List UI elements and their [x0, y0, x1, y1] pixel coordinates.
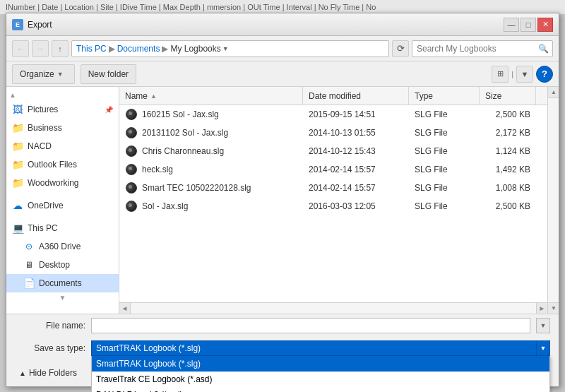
file-cell-type-4: SLG File	[409, 183, 480, 193]
file-cell-size-1: 2,172 KB	[480, 128, 536, 138]
file-icon-1	[125, 126, 138, 139]
breadcrumb-dropdown-arrow[interactable]: ▼	[222, 45, 234, 52]
minimize-button[interactable]: —	[504, 18, 519, 32]
sidebar-item-pictures[interactable]: 🖼 Pictures 📌	[6, 100, 119, 119]
back-button[interactable]: ←	[12, 40, 29, 57]
save-as-dropdown-arrow[interactable]: ▼	[536, 340, 550, 356]
col-header-date[interactable]: Date modified	[303, 87, 409, 105]
file-cell-size-0: 2,500 KB	[480, 109, 536, 119]
desktop-icon: 🖥	[23, 259, 35, 271]
col-header-name[interactable]: Name ▲	[119, 87, 303, 105]
sidebar-item-onedrive[interactable]: ☁ OneDrive	[6, 196, 119, 215]
file-row-4[interactable]: Smart TEC 10502220128.slg 2014-02-14 15:…	[119, 179, 547, 197]
organize-button[interactable]: Organize ▼	[12, 64, 75, 84]
file-name-row: File name: ▼	[6, 314, 559, 337]
search-wrapper: 🔍	[412, 40, 553, 57]
file-icon-4	[125, 182, 138, 194]
file-name-label: File name:	[15, 321, 85, 331]
sidebar-item-label-pictures: Pictures	[28, 105, 58, 114]
dialog-title: Export	[28, 20, 504, 30]
search-input[interactable]	[412, 40, 553, 57]
save-as-dropdown: SmartTRAK Logbook (*.slg) TravelTrak CE …	[91, 356, 550, 392]
sidebar-item-this-pc[interactable]: 💻 This PC	[6, 219, 119, 237]
close-button[interactable]: ✕	[537, 18, 553, 32]
file-cell-size-4: 1,008 KB	[480, 183, 536, 193]
file-icon-2	[125, 145, 138, 158]
window-controls: — □ ✕	[504, 18, 553, 32]
save-as-type-label: Save as type:	[15, 343, 85, 353]
save-option-zxl[interactable]: DAN DL7 level 3 (*.zxl)	[92, 387, 549, 392]
file-cell-name-2: Chris Charonneau.slg	[119, 145, 303, 158]
breadcrumb-documents[interactable]: Documents	[117, 44, 160, 54]
view-toggle-button[interactable]: ▼	[516, 66, 533, 83]
file-cell-size-2: 1,124 KB	[480, 146, 536, 156]
folder-icon-outlook: 📁	[12, 159, 23, 170]
file-name-dropdown-arrow[interactable]: ▼	[536, 318, 550, 333]
organize-dropdown-arrow: ▼	[57, 71, 67, 78]
column-headers: Name ▲ Date modified Type Size	[119, 87, 547, 105]
file-cell-size-3: 1,492 KB	[480, 165, 536, 174]
sidebar-up-arrow[interactable]: ▲	[9, 91, 16, 99]
save-option-slg[interactable]: SmartTRAK Logbook (*.slg)	[92, 356, 549, 372]
sidebar-item-business[interactable]: 📁 Business	[6, 119, 119, 137]
forward-button[interactable]: →	[32, 40, 49, 57]
onedrive-icon: ☁	[12, 200, 23, 211]
v-scroll-track[interactable]	[548, 98, 559, 302]
file-cell-type-0: SLG File	[409, 109, 480, 119]
hide-folders-button[interactable]: ▲ Hide Folders	[15, 365, 81, 381]
sidebar-item-label-woodworking: Woodworking	[28, 178, 78, 188]
hide-folders-arrow: ▲	[19, 369, 26, 377]
save-as-type-wrapper: SmartTRAK Logbook (*.slg) ▼ SmartTRAK Lo…	[91, 340, 550, 356]
file-cell-date-2: 2014-10-12 15:43	[303, 146, 409, 156]
h-scroll-left-button[interactable]: ◄	[119, 303, 131, 314]
v-scroll-down-button[interactable]: ▼	[548, 302, 559, 314]
file-row-2[interactable]: Chris Charonneau.slg 2014-10-12 15:43 SL…	[119, 142, 547, 160]
breadcrumb-current-folder: My Logbooks	[170, 44, 220, 54]
view-controls: ⊞ | ▼ ?	[492, 66, 553, 83]
maximize-button[interactable]: □	[521, 18, 536, 32]
hide-folders-label: Hide Folders	[29, 368, 77, 378]
sidebar-item-label-nacd: NACD	[28, 141, 52, 151]
breadcrumb[interactable]: This PC ▶ Documents ▶ My Logbooks ▼	[71, 40, 389, 57]
sidebar-item-nacd[interactable]: 📁 NACD	[6, 137, 119, 155]
help-button[interactable]: ?	[536, 66, 553, 83]
file-name-input[interactable]	[91, 318, 530, 333]
sidebar-item-label-this-pc: This PC	[28, 223, 58, 233]
address-bar: ← → ↑ This PC ▶ Documents ▶ My Logbooks …	[6, 36, 559, 61]
sidebar-item-woodworking[interactable]: 📁 Woodworking	[6, 174, 119, 192]
sidebar-item-label-documents: Documents	[39, 278, 82, 288]
breadcrumb-this-pc[interactable]: This PC	[76, 44, 107, 54]
view-list-button[interactable]: ⊞	[492, 66, 509, 83]
sidebar-down-arrow[interactable]: ▼	[59, 294, 66, 302]
h-scroll-track[interactable]	[131, 303, 536, 314]
app-background-bar: INumber | Date | Location | Site | IDive…	[0, 0, 565, 14]
file-cell-type-3: SLG File	[409, 165, 480, 174]
col-header-size[interactable]: Size	[480, 87, 536, 105]
file-row-5[interactable]: Sol - Jax.slg 2016-03-03 12:05 SLG File …	[119, 197, 547, 215]
save-option-asd[interactable]: TravelTrak CE Logbook (*.asd)	[92, 372, 549, 387]
pin-icon: 📌	[105, 106, 113, 114]
sidebar-item-outlook-files[interactable]: 📁 Outlook Files	[6, 155, 119, 174]
file-icon-3	[125, 163, 138, 176]
file-name-1: 20131102 Sol - Jax.slg	[142, 128, 228, 138]
v-scroll-up-button[interactable]: ▲	[548, 87, 559, 98]
h-scroll-right-button[interactable]: ►	[536, 303, 547, 314]
file-cell-type-2: SLG File	[409, 146, 480, 156]
save-as-type-selected[interactable]: SmartTRAK Logbook (*.slg)	[91, 340, 550, 356]
sidebar-item-label-outlook: Outlook Files	[28, 160, 77, 170]
sidebar-item-desktop[interactable]: 🖥 Desktop	[6, 256, 119, 274]
col-header-type[interactable]: Type	[409, 87, 480, 105]
dialog-icon: E	[12, 19, 23, 30]
up-button[interactable]: ↑	[52, 40, 69, 57]
new-folder-button[interactable]: New folder	[81, 64, 136, 84]
sidebar-item-a360[interactable]: ⊙ A360 Drive	[6, 237, 119, 256]
sidebar-item-documents[interactable]: 📄 Documents	[6, 274, 119, 292]
save-as-type-selected-label: SmartTRAK Logbook (*.slg)	[96, 343, 201, 353]
file-list-container: Name ▲ Date modified Type Size	[119, 87, 559, 314]
file-row-1[interactable]: 20131102 Sol - Jax.slg 2014-10-13 01:55 …	[119, 124, 547, 142]
file-row-0[interactable]: 160215 Sol - Jax.slg 2015-09-15 14:51 SL…	[119, 105, 547, 124]
col-header-type-label: Type	[415, 91, 433, 101]
file-row-3[interactable]: heck.slg 2014-02-14 15:57 SLG File 1,492…	[119, 160, 547, 179]
bottom-area: File name: ▼ Save as type: SmartTRAK Log…	[6, 314, 559, 386]
refresh-button[interactable]: ⟳	[392, 40, 409, 57]
